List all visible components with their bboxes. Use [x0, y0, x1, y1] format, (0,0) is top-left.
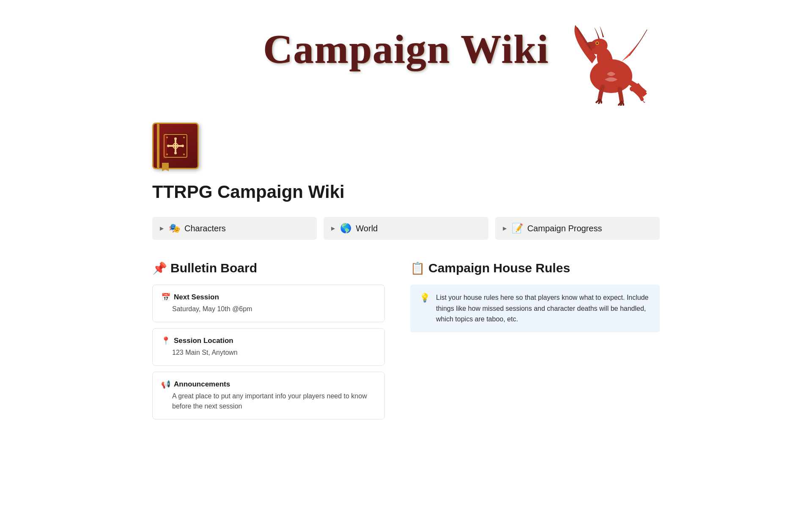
- announcements-emoji: 📢: [161, 380, 170, 389]
- toggle-label-characters: Characters: [184, 224, 226, 233]
- svg-point-12: [174, 152, 177, 154]
- two-col-layout: 📌 Bulletin Board 📅 Next Session Saturday…: [152, 261, 660, 425]
- announcements-card: 📢 Announcements A great place to put any…: [152, 372, 385, 419]
- next-session-emoji: 📅: [161, 293, 170, 302]
- house-rules-tip-emoji: 💡: [420, 293, 430, 303]
- next-session-text: Saturday, May 10th @6pm: [161, 304, 376, 314]
- svg-point-16: [183, 137, 185, 138]
- campaign-wiki-title: Campaign Wiki: [263, 25, 549, 72]
- house-rules-section: 📋 Campaign House Rules 💡 List your house…: [410, 261, 660, 332]
- next-session-card: 📅 Next Session Saturday, May 10th @6pm: [152, 285, 385, 322]
- book-icon-container: [152, 123, 660, 169]
- announcements-text: A great place to put any important info …: [161, 391, 376, 411]
- next-session-label: Next Session: [174, 293, 219, 301]
- book-bookmark: [162, 163, 169, 171]
- session-location-text: 123 Main St, Anytown: [161, 348, 376, 358]
- svg-point-5: [596, 42, 598, 44]
- svg-point-11: [174, 137, 177, 140]
- page-title: TTRPG Campaign Wiki: [152, 182, 660, 202]
- house-rules-emoji: 📋: [410, 261, 425, 275]
- house-rules-tip-text: List your house rules here so that playe…: [436, 292, 650, 325]
- toggle-characters[interactable]: ▶ 🎭 Characters: [152, 217, 317, 240]
- svg-point-17: [166, 153, 168, 155]
- svg-point-13: [167, 145, 170, 147]
- toggle-campaign-progress[interactable]: ▶ 📝 Campaign Progress: [495, 217, 660, 240]
- dragon-illustration: [567, 21, 651, 101]
- toggle-arrow-campaign: ▶: [503, 225, 507, 231]
- announcements-label: Announcements: [174, 380, 230, 389]
- house-rules-title: Campaign House Rules: [428, 261, 570, 275]
- toggle-emoji-campaign: 📝: [512, 223, 523, 234]
- toggle-world[interactable]: ▶ 🌎 World: [324, 217, 488, 240]
- announcements-title: 📢 Announcements: [161, 380, 376, 389]
- book-icon: [152, 123, 199, 169]
- header-section: Campaign Wiki: [152, 17, 660, 110]
- toggle-label-campaign: Campaign Progress: [527, 224, 602, 233]
- bulletin-board-emoji: 📌: [152, 261, 167, 275]
- house-rules-header: 📋 Campaign House Rules: [410, 261, 660, 275]
- bulletin-board-header: 📌 Bulletin Board: [152, 261, 385, 275]
- toggle-arrow-characters: ▶: [160, 225, 164, 231]
- toggle-label-world: World: [356, 224, 378, 233]
- next-session-title: 📅 Next Session: [161, 293, 376, 302]
- toggle-emoji-world: 🌎: [340, 223, 351, 234]
- toggle-emoji-characters: 🎭: [169, 223, 180, 234]
- svg-point-18: [183, 153, 185, 155]
- dragon-svg: [567, 21, 656, 106]
- session-location-label: Session Location: [174, 337, 233, 345]
- house-rules-box: 💡 List your house rules here so that pla…: [410, 285, 660, 332]
- page-container: Campaign Wiki: [127, 0, 685, 459]
- session-location-card: 📍 Session Location 123 Main St, Anytown: [152, 328, 385, 366]
- bulletin-board-title: Bulletin Board: [170, 261, 257, 275]
- book-cross-svg: [161, 131, 190, 161]
- svg-point-15: [166, 137, 168, 138]
- svg-point-14: [181, 145, 184, 147]
- bulletin-board-section: 📌 Bulletin Board 📅 Next Session Saturday…: [152, 261, 385, 425]
- session-location-title: 📍 Session Location: [161, 336, 376, 345]
- toggles-row: ▶ 🎭 Characters ▶ 🌎 World ▶ 📝 Campaign Pr…: [152, 217, 660, 240]
- toggle-arrow-world: ▶: [331, 225, 335, 231]
- session-location-emoji: 📍: [161, 336, 170, 345]
